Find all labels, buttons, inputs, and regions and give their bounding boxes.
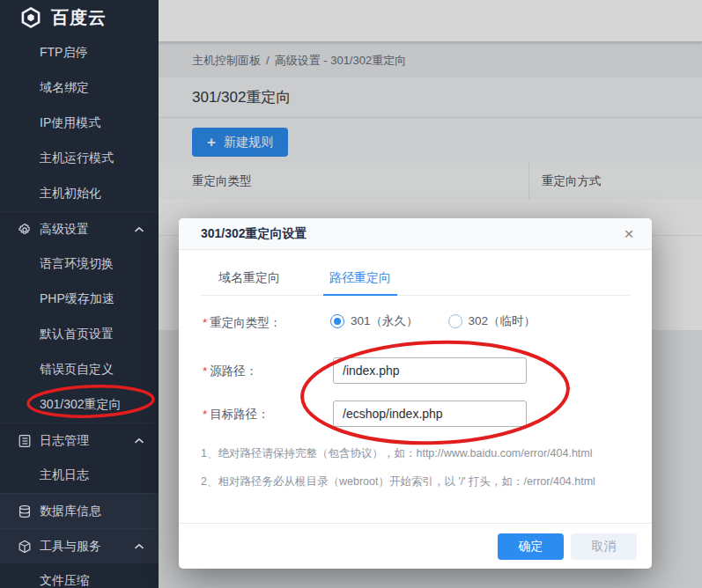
gear-icon [18,223,32,237]
target-path-input[interactable] [333,401,527,427]
sidebar-item-domain-bind[interactable]: 域名绑定 [0,70,159,106]
sidebar-item-label: 301/302重定向 [40,397,122,413]
modal-header: 301/302重定向设置 [179,218,652,250]
tab-domain-redirect[interactable]: 域名重定向 [212,264,286,296]
radio-circle-icon [330,314,344,328]
target-path-label: *目标路径： [203,407,270,423]
sidebar-item-redirect[interactable]: 301/302重定向 [0,387,159,423]
sidebar-item-label: 主机运行模式 [40,151,114,166]
required-mark: * [203,408,207,421]
redirect-type-label: *重定向类型： [203,315,281,331]
source-path-label: *源路径： [203,364,257,379]
sidebar-item-label: 错误页自定义 [40,362,114,378]
chevron-up-icon [134,226,144,233]
sidebar-item-label: 默认首页设置 [40,327,114,342]
sidebar-item-label: 域名绑定 [40,80,89,96]
sidebar-item-label: 高级设置 [40,222,89,238]
note-relative-path: 2、相对路径务必从根目录（webroot）开始索引，以 '/' 打头，如：/er… [201,474,634,489]
sidebar-item-log-manage[interactable]: 日志管理 [0,423,159,458]
confirm-button[interactable]: 确定 [498,533,564,560]
radio-label: 301（永久） [351,313,418,329]
sidebar-item-label: 数据库信息 [40,503,101,519]
tab-path-redirect[interactable]: 路径重定向 [323,264,397,296]
sidebar-item-advanced[interactable]: 高级设置 [0,211,159,246]
sidebar-menu: FTP启停域名绑定IP使用模式主机运行模式主机初始化高级设置语言环境切换PHP缓… [0,35,159,588]
sidebar-item-lang-switch[interactable]: 语言环境切换 [0,246,159,282]
redirect-type-radio-group: 301（永久）302（临时） [330,313,536,329]
sidebar-item-error-page[interactable]: 错误页自定义 [0,352,159,387]
sidebar: 百度云 FTP启停域名绑定IP使用模式主机运行模式主机初始化高级设置语言环境切换… [0,0,159,588]
required-mark: * [203,364,207,378]
required-mark: * [203,316,207,329]
sidebar-item-label: 语言环境切换 [40,256,114,272]
radio-label: 302（临时） [469,313,536,329]
sidebar-item-label: 文件压缩 [40,573,89,588]
modal-footer: 确定 取消 [179,523,652,569]
sidebar-item-ftp[interactable]: FTP启停 [0,35,159,70]
sidebar-item-label: FTP启停 [40,45,87,61]
radio-301-permanent[interactable]: 301（永久） [330,313,418,329]
sidebar-item-label: 主机初始化 [40,186,101,202]
tools-icon [18,540,32,554]
modal-tabs: 域名重定向路径重定向 [201,264,630,296]
brand-logo: 百度云 [0,0,159,35]
modal-title: 301/302重定向设置 [201,226,307,242]
sidebar-item-tools-services[interactable]: 工具与服务 [0,528,159,563]
sidebar-item-file-compress[interactable]: 文件压缩 [0,563,159,588]
database-icon [18,504,32,518]
note-absolute-path: 1、绝对路径请保持完整（包含协议），如：http://www.baidu.com… [201,446,634,461]
sidebar-item-host-init[interactable]: 主机初始化 [0,176,159,211]
chevron-up-icon [134,437,144,445]
radio-circle-icon [448,314,462,328]
sidebar-item-ip-mode[interactable]: IP使用模式 [0,106,159,141]
sidebar-item-php-cache[interactable]: PHP缓存加速 [0,282,159,317]
brand-name: 百度云 [51,6,107,30]
radio-302-temporary[interactable]: 302（临时） [448,313,536,329]
sidebar-item-label: 日志管理 [40,433,89,449]
close-icon[interactable]: × [617,222,641,246]
sidebar-item-label: IP使用模式 [40,115,100,131]
chevron-up-icon [134,543,144,550]
log-icon [18,434,32,448]
sidebar-item-default-index[interactable]: 默认首页设置 [0,317,159,352]
sidebar-item-label: PHP缓存加速 [40,291,115,307]
sidebar-item-label: 工具与服务 [40,539,101,555]
redirect-settings-modal: 301/302重定向设置 × 域名重定向路径重定向 *重定向类型： 301（永久… [179,218,652,569]
sidebar-item-run-mode[interactable]: 主机运行模式 [0,141,159,176]
baidu-cloud-logo-icon [19,6,42,29]
sidebar-item-host-log[interactable]: 主机日志 [0,458,159,493]
cancel-button[interactable]: 取消 [571,533,637,560]
sidebar-item-database-info[interactable]: 数据库信息 [0,493,159,528]
source-path-input[interactable] [333,357,527,384]
sidebar-item-label: 主机日志 [40,467,89,483]
